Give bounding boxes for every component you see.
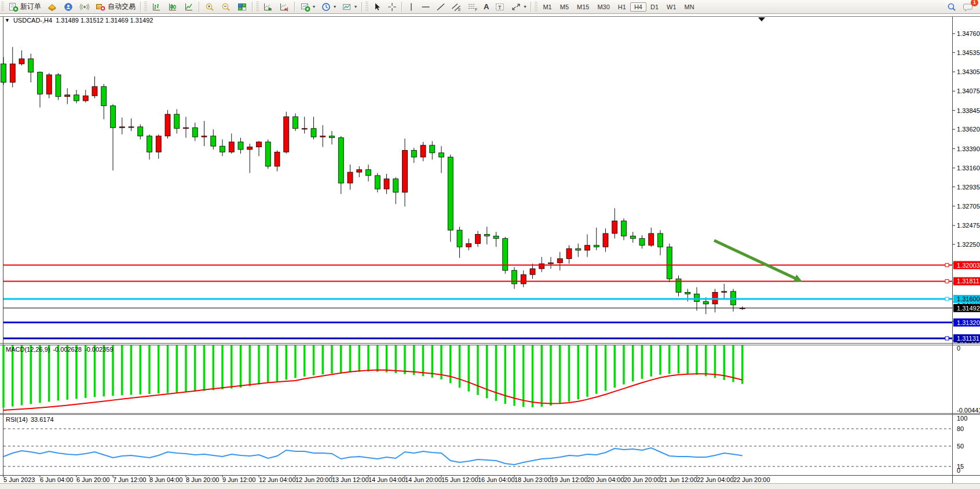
- channel-letter: E: [458, 8, 461, 12]
- macd-indicator-label: MACD(12,26,9)-0.002628-0.002359: [6, 346, 116, 353]
- search-button[interactable]: [944, 0, 960, 13]
- x-axis-label: 7 Jun 12:00: [113, 476, 147, 483]
- open-account-button[interactable]: [44, 0, 60, 13]
- chart-candles-button[interactable]: [164, 0, 181, 13]
- macd-axis-min-label: -0.004415: [957, 407, 980, 414]
- candlestick: [630, 236, 635, 238]
- trendline-button[interactable]: [433, 0, 448, 13]
- candlestick: [10, 64, 15, 82]
- x-axis-label: 12 Jun 20:00: [295, 476, 332, 483]
- hline-handle[interactable]: [945, 264, 949, 267]
- channel-icon: E: [451, 2, 462, 12]
- candlestick: [247, 147, 253, 149]
- arrows-button[interactable]: ▾: [508, 0, 529, 13]
- rsi-level-label: 0: [957, 467, 960, 474]
- candlestick: [557, 258, 562, 262]
- horizontal-line-button[interactable]: [418, 0, 433, 13]
- chart-line-button[interactable]: [181, 0, 197, 13]
- notifications-button[interactable]: 1: [960, 0, 977, 13]
- arrows-icon: [511, 2, 521, 12]
- equidistant-channel-button[interactable]: E: [448, 0, 465, 13]
- candlestick: [649, 233, 654, 245]
- fibonacci-button[interactable]: F: [465, 0, 481, 13]
- candlestick: [83, 96, 88, 101]
- indicators-button[interactable]: ▾: [297, 0, 318, 13]
- candlestick: [184, 127, 189, 128]
- fibo-letter: F: [475, 8, 477, 12]
- status-strip: [0, 483, 980, 489]
- timeframe-h1-button[interactable]: H1: [614, 2, 630, 12]
- rsi-value: 33.6174: [31, 416, 54, 423]
- x-axis-label: 14 Jun 04:00: [368, 476, 405, 483]
- price-badge-label: 1.31600: [957, 295, 980, 302]
- timeframe-m30-button[interactable]: M30: [593, 2, 613, 12]
- timeframe-w1-button[interactable]: W1: [663, 2, 681, 12]
- trendline-icon: [436, 2, 445, 12]
- fibonacci-icon: F: [467, 2, 478, 12]
- candlestick: [330, 136, 335, 138]
- chart-title-ohlc: 1.31489 1.31512 1.31469 1.31492: [56, 17, 153, 24]
- chart-background: [0, 14, 980, 483]
- hline-handle[interactable]: [945, 337, 949, 340]
- candlestick: [476, 234, 481, 243]
- cursor-button[interactable]: [370, 0, 385, 13]
- chart-canvas[interactable]: 1.347601.345351.343051.340751.338451.336…: [0, 0, 980, 489]
- horizontal-line-icon: [421, 2, 430, 12]
- zoom-out-button[interactable]: [218, 0, 234, 13]
- candlestick: [156, 136, 161, 152]
- search-icon: [946, 2, 957, 12]
- new-order-label: 新订单: [20, 2, 41, 12]
- x-axis-label: 6 Jun 04:00: [40, 476, 74, 483]
- candlestick: [658, 233, 663, 247]
- candlestick: [357, 170, 362, 172]
- cursor-arrow-icon: [372, 2, 382, 12]
- price-badge-label: 1.31811: [957, 278, 979, 284]
- text-button[interactable]: A: [481, 0, 492, 13]
- candlestick: [539, 264, 544, 269]
- hline-handle[interactable]: [945, 297, 949, 301]
- vertical-line-button[interactable]: [404, 0, 418, 13]
- candlestick: [420, 145, 426, 157]
- candlestick: [439, 153, 444, 157]
- timeframe-m15-button[interactable]: M15: [573, 2, 593, 12]
- y-axis-tick-label: 1.33845: [957, 107, 980, 114]
- candlestick: [129, 127, 134, 127]
- symbol-dropdown-marker[interactable]: ▼: [5, 17, 10, 23]
- y-axis-tick-label: 1.32705: [957, 203, 980, 210]
- candlestick: [430, 145, 435, 153]
- rsi-indicator-label: RSI(14)33.6174: [6, 416, 57, 423]
- hline-handle[interactable]: [945, 279, 949, 283]
- templates-button[interactable]: ▾: [339, 0, 360, 13]
- candlestick: [703, 301, 708, 304]
- timeframe-mn-button[interactable]: MN: [681, 2, 699, 12]
- x-axis-label: 5 Jun 2023: [3, 476, 35, 483]
- candlestick: [403, 150, 408, 192]
- timeframe-d1-button[interactable]: D1: [646, 2, 663, 12]
- candlestick: [220, 146, 225, 152]
- timeframe-m1-button[interactable]: M1: [539, 2, 555, 12]
- autotrading-button[interactable]: 自动交易: [93, 0, 138, 13]
- y-axis-tick-label: 1.32475: [957, 222, 980, 229]
- candlestick: [366, 170, 371, 176]
- chart-bars-button[interactable]: [148, 0, 164, 13]
- timeframe-h4-button[interactable]: H4: [630, 2, 646, 12]
- text-label-icon: T: [495, 2, 505, 12]
- signals-button[interactable]: [76, 0, 93, 13]
- candlestick: [28, 59, 34, 72]
- macd-name: MACD(12,26,9): [6, 346, 50, 353]
- candlestick: [384, 179, 389, 189]
- chart-shift-button[interactable]: [276, 0, 292, 13]
- candlestick: [165, 114, 170, 136]
- crosshair-button[interactable]: [385, 0, 400, 13]
- autoscroll-button[interactable]: [260, 0, 276, 13]
- crosshair-icon: [387, 2, 397, 12]
- timeframe-m5-button[interactable]: M5: [556, 2, 573, 12]
- toolbar-grip[interactable]: [1, 2, 4, 12]
- community-button[interactable]: [60, 0, 76, 13]
- zoom-in-button[interactable]: [202, 0, 218, 13]
- new-order-button[interactable]: 新订单: [5, 0, 44, 13]
- tile-windows-button[interactable]: [234, 0, 250, 13]
- chart-shift-icon: [279, 2, 290, 12]
- periods-button[interactable]: ▾: [318, 0, 339, 13]
- text-label-button[interactable]: T: [492, 0, 508, 13]
